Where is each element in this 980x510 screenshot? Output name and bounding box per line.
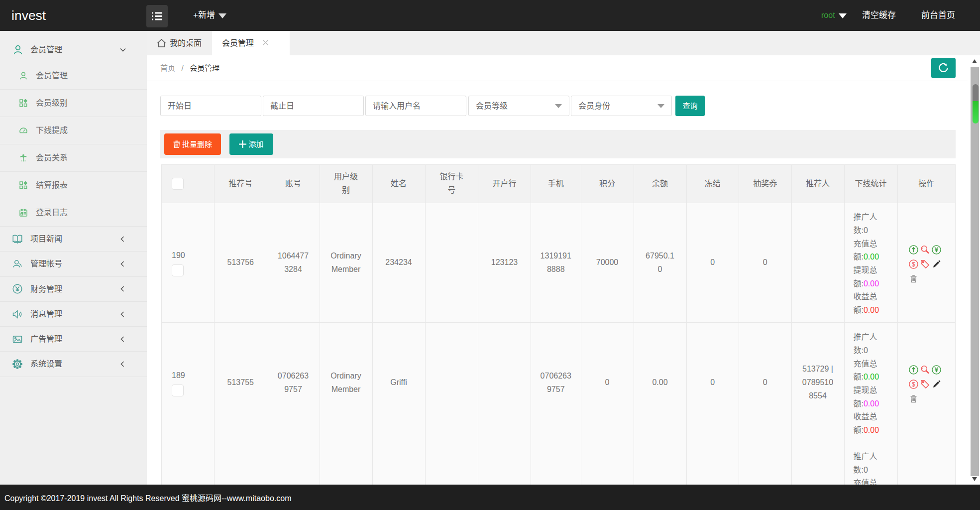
svg-text:$: $ bbox=[912, 261, 915, 268]
svg-text:$: $ bbox=[912, 381, 915, 388]
